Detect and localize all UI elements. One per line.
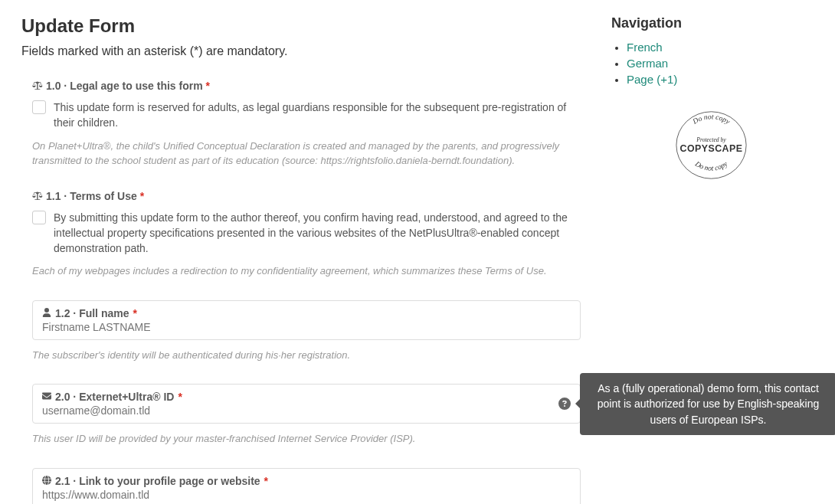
legal-age-text: This update form is reserved for adults,… xyxy=(54,100,581,131)
balance-scale-icon xyxy=(32,191,43,201)
required-asterisk: * xyxy=(264,475,268,487)
help-icon[interactable] xyxy=(558,398,571,410)
externet-id-help: This user ID will be provided by your ma… xyxy=(32,431,581,447)
required-asterisk: * xyxy=(178,391,182,403)
svg-text:Protected by: Protected by xyxy=(696,136,726,143)
full-name-input[interactable] xyxy=(42,321,571,333)
field-full-name: 1.2 · Full name * The subscriber's ident… xyxy=(21,300,581,363)
page-title: Update Form xyxy=(21,15,581,37)
terms-help: Each of my webpages includes a redirecti… xyxy=(32,263,581,279)
mandatory-note: Fields marked with an asterisk (*) are m… xyxy=(21,44,581,58)
field-label-text: 1.1 · Terms of Use xyxy=(46,190,137,202)
legal-age-checkbox[interactable] xyxy=(32,100,46,114)
tooltip-text: As a (fully operational) demo form, this… xyxy=(598,382,820,426)
envelope-icon xyxy=(42,391,51,403)
field-terms-of-use: 1.1 · Terms of Use * By submitting this … xyxy=(21,190,581,279)
field-legal-age: 1.0 · Legal age to use this form * This … xyxy=(21,80,581,169)
field-label-text: 1.2 · Full name xyxy=(55,307,129,319)
sidebar-title: Navigation xyxy=(611,15,810,31)
globe-icon xyxy=(42,475,51,487)
nav-link-french[interactable]: French xyxy=(627,41,663,54)
terms-text: By submitting this update form to the au… xyxy=(54,210,581,257)
tooltip-arrow xyxy=(575,399,580,408)
required-asterisk: * xyxy=(140,190,144,202)
svg-text:COPYSCAPE: COPYSCAPE xyxy=(679,143,742,154)
nav-list: French German Page (+1) xyxy=(611,41,810,86)
balance-scale-icon xyxy=(32,81,43,90)
field-label-text: 2.0 · Externet+Ultra® ID xyxy=(55,391,174,403)
field-label-text: 1.0 · Legal age to use this form xyxy=(46,80,203,92)
tooltip: As a (fully operational) demo form, this… xyxy=(580,373,835,435)
svg-text:Do not copy: Do not copy xyxy=(693,159,729,172)
user-icon xyxy=(42,307,51,319)
nav-link-german[interactable]: German xyxy=(627,57,668,70)
full-name-help: The subscriber's identity will be authen… xyxy=(32,348,581,363)
terms-checkbox[interactable] xyxy=(32,211,46,224)
field-profile-link: 2.1 · Link to your profile page or websi… xyxy=(21,468,581,504)
externet-id-input[interactable] xyxy=(42,404,571,417)
legal-age-help: On Planet+Ultra®, the child's Unified Co… xyxy=(32,139,581,169)
copyscape-badge: Do not copy Protected by COPYSCAPE Do no… xyxy=(611,109,810,184)
required-asterisk: * xyxy=(133,307,136,319)
profile-link-input[interactable] xyxy=(42,489,571,501)
nav-link-page[interactable]: Page (+1) xyxy=(627,73,677,86)
field-label-text: 2.1 · Link to your profile page or websi… xyxy=(55,475,260,487)
field-externet-id: 2.0 · Externet+Ultra® ID * This user ID … xyxy=(21,384,581,447)
required-asterisk: * xyxy=(206,80,210,92)
